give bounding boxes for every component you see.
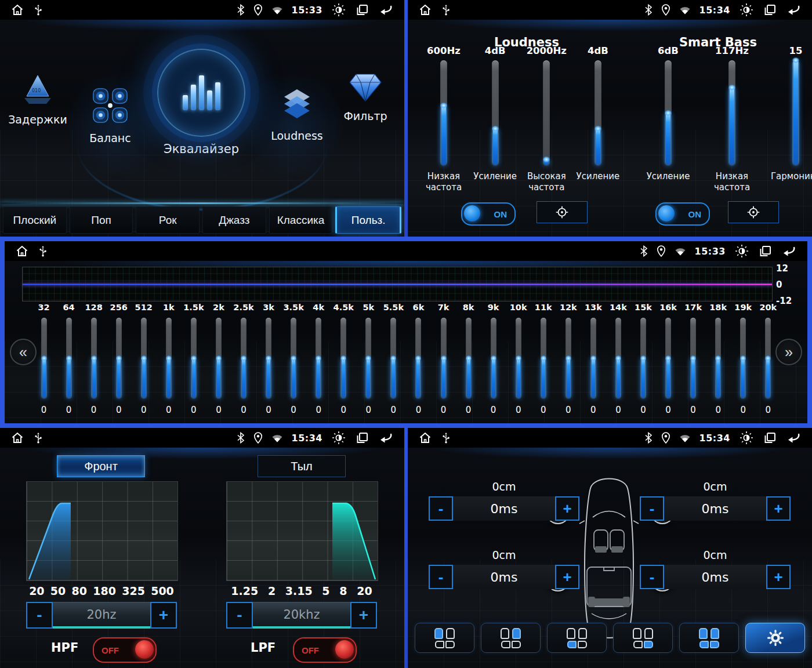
- menu-item-filter[interactable]: Фильтр: [333, 72, 398, 122]
- band-slider[interactable]: [91, 318, 97, 399]
- brightness-icon[interactable]: [331, 430, 346, 445]
- band-slider[interactable]: [266, 318, 271, 399]
- position-driver-button[interactable]: [415, 623, 474, 653]
- band-slider[interactable]: [491, 318, 496, 399]
- band-slider[interactable]: [116, 318, 122, 399]
- band-slider[interactable]: [365, 318, 371, 399]
- lpf-minus-button[interactable]: -: [226, 602, 253, 629]
- delay-settings-button[interactable]: [745, 623, 805, 653]
- rear-right-minus-button[interactable]: -: [640, 565, 664, 589]
- recents-icon[interactable]: [763, 431, 777, 445]
- band-slider[interactable]: [690, 318, 696, 399]
- loudness-slider[interactable]: [543, 60, 550, 166]
- loudness-reset-button[interactable]: [536, 201, 588, 223]
- smart-bass-slider[interactable]: [728, 60, 735, 166]
- brightness-icon[interactable]: [739, 430, 754, 445]
- home-icon[interactable]: [418, 3, 432, 17]
- menu-item-balance[interactable]: Баланс: [74, 87, 146, 144]
- band-slider[interactable]: [316, 318, 321, 399]
- band-slider[interactable]: [640, 318, 646, 399]
- scroll-left-button[interactable]: «: [10, 339, 37, 365]
- menu-item-loudness[interactable]: Loudness: [256, 88, 338, 142]
- lpf-plus-button[interactable]: +: [350, 602, 377, 629]
- recents-icon[interactable]: [355, 431, 369, 445]
- preset-tab[interactable]: Джазз: [202, 206, 266, 234]
- band-slider[interactable]: [566, 318, 571, 399]
- rear-left-minus-button[interactable]: -: [429, 565, 453, 589]
- front-left-minus-button[interactable]: -: [429, 496, 453, 521]
- band-slider[interactable]: [415, 318, 421, 399]
- rear-left-plus-button[interactable]: +: [555, 565, 579, 589]
- recents-icon[interactable]: [763, 3, 777, 17]
- menu-item-equalizer[interactable]: Эквалайзер: [143, 49, 259, 156]
- band-slider[interactable]: [166, 318, 172, 399]
- hpf-frequency-value[interactable]: 20hz: [53, 602, 150, 629]
- position-rear-left-button[interactable]: [547, 623, 607, 653]
- band-slider[interactable]: [466, 318, 472, 399]
- band-slider[interactable]: [141, 318, 147, 399]
- band-slider[interactable]: [541, 318, 546, 399]
- band-slider[interactable]: [740, 318, 746, 399]
- band-slider[interactable]: [41, 318, 47, 399]
- back-icon[interactable]: [378, 3, 394, 16]
- smart-bass-slider[interactable]: [665, 60, 672, 166]
- loudness-slider[interactable]: [492, 60, 499, 166]
- position-all-seats-button[interactable]: [679, 623, 739, 653]
- front-right-plus-button[interactable]: +: [766, 496, 791, 521]
- band-slider[interactable]: [715, 318, 721, 399]
- rear-right-plus-button[interactable]: +: [766, 565, 791, 589]
- loudness-slider[interactable]: [440, 60, 447, 166]
- front-right-minus-button[interactable]: -: [640, 496, 664, 521]
- tab-rear[interactable]: Тыл: [258, 455, 346, 477]
- preset-tab[interactable]: Плоский: [3, 206, 67, 234]
- home-icon[interactable]: [10, 3, 24, 17]
- recents-icon[interactable]: [355, 3, 369, 17]
- brightness-icon[interactable]: [331, 2, 346, 17]
- back-icon[interactable]: [378, 431, 394, 444]
- lpf-frequency-value[interactable]: 20khz: [253, 602, 350, 629]
- menu-item-delays[interactable]: 010 Задержки: [6, 74, 70, 126]
- smart-bass-on-toggle[interactable]: ON: [655, 202, 710, 226]
- smart-bass-slider[interactable]: [792, 60, 799, 166]
- band-slider[interactable]: [765, 318, 771, 399]
- hpf-off-toggle[interactable]: OFF: [93, 637, 157, 663]
- band-slider[interactable]: [590, 318, 596, 399]
- preset-tab[interactable]: Польз.: [335, 206, 401, 234]
- band-slider[interactable]: [665, 318, 671, 399]
- brightness-icon[interactable]: [734, 244, 749, 259]
- smart-bass-reset-button[interactable]: [728, 201, 779, 223]
- preset-tab[interactable]: Рок: [136, 206, 200, 234]
- loudness-on-toggle[interactable]: ON: [461, 202, 516, 226]
- hpf-plus-button[interactable]: +: [150, 602, 177, 629]
- position-passenger-button[interactable]: [481, 623, 541, 653]
- band-slider[interactable]: [441, 318, 447, 399]
- front-left-plus-button[interactable]: +: [555, 496, 579, 521]
- home-icon[interactable]: [418, 431, 432, 445]
- home-icon[interactable]: [10, 431, 24, 445]
- band-slider[interactable]: [191, 318, 197, 399]
- preset-tab[interactable]: Классика: [269, 206, 333, 234]
- tab-front[interactable]: Фронт: [57, 455, 145, 477]
- position-rear-right-button[interactable]: [613, 623, 673, 653]
- band-slider[interactable]: [516, 318, 521, 399]
- loudness-slider[interactable]: [594, 60, 601, 166]
- home-icon[interactable]: [15, 244, 29, 258]
- preset-tab[interactable]: Поп: [70, 206, 133, 234]
- recents-icon[interactable]: [758, 244, 772, 258]
- band-slider[interactable]: [216, 318, 222, 399]
- band-slider[interactable]: [66, 318, 72, 399]
- lpf-off-toggle[interactable]: OFF: [293, 637, 357, 663]
- slider-fill: [793, 60, 798, 165]
- brightness-icon[interactable]: [739, 2, 754, 17]
- band-slider[interactable]: [291, 318, 296, 399]
- back-icon[interactable]: [781, 245, 797, 257]
- hpf-minus-button[interactable]: -: [26, 602, 53, 629]
- band-slider[interactable]: [241, 318, 246, 399]
- band-slider[interactable]: [340, 318, 346, 399]
- scroll-right-button[interactable]: »: [775, 339, 802, 365]
- band-gain-value: 0: [715, 405, 721, 415]
- band-slider[interactable]: [615, 318, 621, 399]
- back-icon[interactable]: [785, 431, 802, 444]
- back-icon[interactable]: [785, 3, 802, 16]
- band-slider[interactable]: [390, 318, 396, 399]
